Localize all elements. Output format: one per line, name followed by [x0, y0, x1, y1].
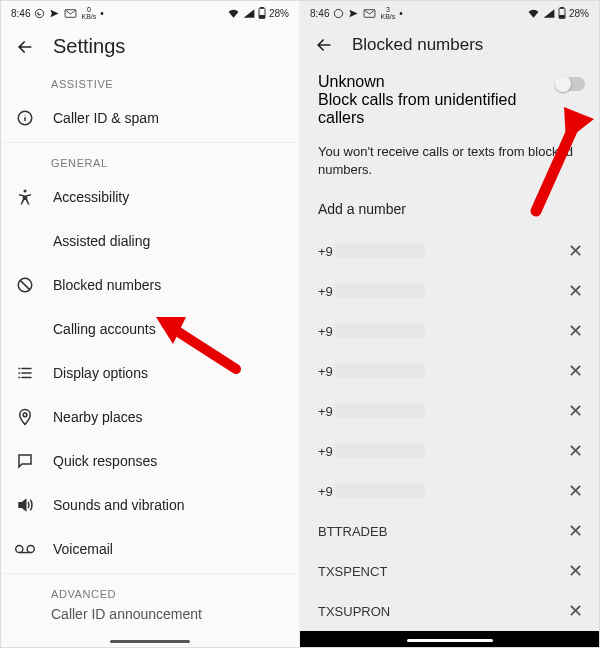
blocked-name-row: TXSPENCT ✕ — [300, 551, 599, 591]
block-icon — [15, 276, 35, 294]
row-quick-responses[interactable]: Quick responses — [1, 439, 299, 483]
wifi-icon — [527, 8, 540, 19]
row-calling-accounts[interactable]: Calling accounts — [1, 307, 299, 351]
row-label: Nearby places — [53, 409, 143, 425]
svg-point-8 — [24, 190, 27, 193]
row-label: Sounds and vibration — [53, 497, 185, 513]
row-label: Accessibility — [53, 189, 129, 205]
redacted-number — [335, 284, 425, 298]
status-time: 8:46 — [310, 8, 329, 19]
signal-icon — [543, 8, 555, 19]
svg-rect-3 — [261, 7, 263, 8]
remove-icon[interactable]: ✕ — [568, 280, 583, 302]
blocked-name-row: TXSUPRON ✕ — [300, 591, 599, 631]
sound-icon — [15, 496, 35, 514]
blocked-number-row: +9 ✕ — [300, 391, 599, 431]
mail-icon — [363, 8, 376, 19]
send-icon — [348, 8, 359, 19]
unknown-title: Unknown — [318, 73, 556, 91]
remove-icon[interactable]: ✕ — [568, 440, 583, 462]
remove-icon[interactable]: ✕ — [568, 560, 583, 582]
divider — [1, 573, 299, 574]
gesture-bar — [407, 639, 493, 642]
svg-point-0 — [36, 9, 44, 17]
svg-line-10 — [20, 280, 30, 290]
redacted-number — [335, 404, 425, 418]
blocked-number-row: +9 ✕ — [300, 311, 599, 351]
remove-icon[interactable]: ✕ — [568, 240, 583, 262]
row-nearby-places[interactable]: Nearby places — [1, 395, 299, 439]
row-label: Calling accounts — [53, 321, 156, 337]
row-caller-id-spam[interactable]: Caller ID & spam — [1, 96, 299, 140]
add-number-button[interactable]: Add a number — [300, 193, 599, 231]
battery-icon — [558, 7, 566, 19]
section-assistive: ASSISTIVE — [1, 66, 299, 96]
status-bar: 8:46 0KB/s • 28% — [1, 1, 299, 25]
redacted-number — [335, 484, 425, 498]
page-title: Settings — [53, 35, 125, 58]
back-icon[interactable] — [15, 37, 35, 57]
remove-icon[interactable]: ✕ — [568, 400, 583, 422]
status-kbps: 0KB/s — [81, 6, 96, 20]
wifi-icon — [227, 8, 240, 19]
whatsapp-icon — [333, 8, 344, 19]
voicemail-icon — [15, 540, 35, 558]
send-icon — [49, 8, 60, 19]
blocked-number-row: +9 ✕ — [300, 471, 599, 511]
page-title: Blocked numbers — [352, 35, 483, 55]
row-sounds-vibration[interactable]: Sounds and vibration — [1, 483, 299, 527]
svg-point-19 — [27, 545, 34, 552]
remove-icon[interactable]: ✕ — [568, 480, 583, 502]
status-battery: 28% — [569, 8, 589, 19]
section-general: GENERAL — [1, 145, 299, 175]
section-advanced: ADVANCED — [1, 576, 299, 606]
location-icon — [15, 408, 35, 426]
mail-icon — [64, 8, 77, 19]
svg-point-18 — [16, 545, 23, 552]
nav-bar — [300, 631, 599, 647]
toggle-switch[interactable] — [556, 77, 585, 91]
back-icon[interactable] — [314, 35, 334, 55]
redacted-number — [335, 324, 425, 338]
blocked-number-row: +9 ✕ — [300, 431, 599, 471]
gesture-bar — [110, 640, 190, 643]
row-unknown-toggle[interactable]: Unknown Block calls from unidentified ca… — [300, 63, 599, 135]
remove-icon[interactable]: ✕ — [568, 600, 583, 622]
redacted-number — [335, 444, 425, 458]
info-icon — [15, 109, 35, 127]
blocked-number-row: +9 ✕ — [300, 271, 599, 311]
svg-rect-4 — [260, 15, 265, 17]
row-label: Voicemail — [53, 541, 113, 557]
svg-rect-24 — [561, 7, 563, 8]
status-more-icon: • — [100, 8, 104, 19]
row-voicemail[interactable]: Voicemail — [1, 527, 299, 571]
info-text: You won't receive calls or texts from bl… — [300, 135, 599, 193]
blocked-name: TXSUPRON — [318, 604, 390, 619]
remove-icon[interactable]: ✕ — [568, 360, 583, 382]
row-assisted-dialing[interactable]: Assisted dialing — [1, 219, 299, 263]
blocked-number-row: +9 ✕ — [300, 351, 599, 391]
signal-icon — [243, 8, 255, 19]
redacted-number — [335, 364, 425, 378]
blocked-name-row: BTTRADEB ✕ — [300, 511, 599, 551]
status-battery: 28% — [269, 8, 289, 19]
blocked-name: BTTRADEB — [318, 524, 387, 539]
unknown-subtitle: Block calls from unidentified callers — [318, 91, 556, 127]
row-caller-id-announcement[interactable]: Caller ID announcement — [1, 606, 299, 622]
row-label: Display options — [53, 365, 148, 381]
row-blocked-numbers[interactable]: Blocked numbers — [1, 263, 299, 307]
row-label: Caller ID & spam — [53, 110, 159, 126]
status-kbps: 3KB/s — [380, 6, 395, 20]
row-accessibility[interactable]: Accessibility — [1, 175, 299, 219]
row-label: Quick responses — [53, 453, 157, 469]
row-label: Assisted dialing — [53, 233, 150, 249]
status-time: 8:46 — [11, 8, 30, 19]
remove-icon[interactable]: ✕ — [568, 520, 583, 542]
redacted-number — [335, 244, 425, 258]
row-display-options[interactable]: Display options — [1, 351, 299, 395]
svg-point-17 — [23, 413, 27, 417]
row-label: Blocked numbers — [53, 277, 161, 293]
status-more-icon: • — [399, 8, 403, 19]
remove-icon[interactable]: ✕ — [568, 320, 583, 342]
divider — [1, 142, 299, 143]
